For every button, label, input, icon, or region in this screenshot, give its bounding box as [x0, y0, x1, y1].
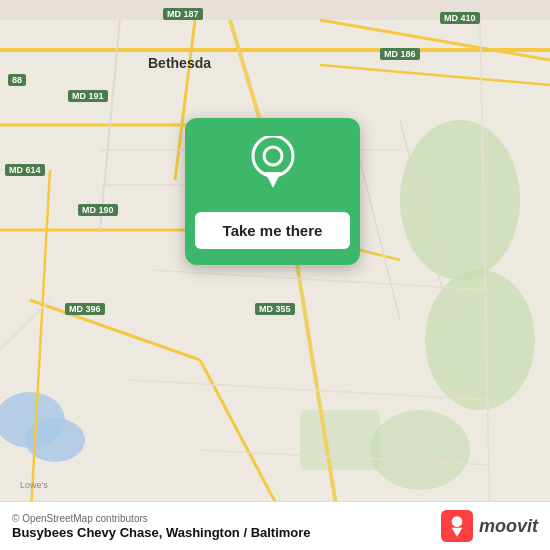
- road-label-md614: MD 614: [5, 164, 45, 176]
- svg-text:Lowe's: Lowe's: [20, 480, 48, 490]
- moovit-text: moovit: [479, 516, 538, 537]
- svg-point-3: [370, 410, 470, 490]
- moovit-icon: [441, 510, 473, 542]
- road-label-88: 88: [8, 74, 26, 86]
- road-label-md186: MD 186: [380, 48, 420, 60]
- location-pin-icon: [251, 136, 295, 188]
- road-label-md410: MD 410: [440, 12, 480, 24]
- svg-rect-4: [300, 410, 380, 470]
- popup-card: Take me there: [185, 118, 360, 265]
- road-label-md396: MD 396: [65, 303, 105, 315]
- bottom-bar-left: © OpenStreetMap contributors Busybees Ch…: [12, 513, 311, 540]
- svg-point-30: [253, 136, 293, 176]
- svg-marker-32: [265, 172, 281, 188]
- svg-point-34: [452, 516, 463, 527]
- bottom-bar: © OpenStreetMap contributors Busybees Ch…: [0, 501, 550, 550]
- moovit-logo: moovit: [441, 510, 538, 542]
- svg-point-1: [400, 120, 520, 280]
- map-container: Lowe's Bethesda MD 187 MD 410 MD 186 88 …: [0, 0, 550, 550]
- map-svg: Lowe's: [0, 0, 550, 550]
- city-label: Bethesda: [148, 55, 211, 71]
- take-me-there-button[interactable]: Take me there: [195, 212, 351, 249]
- pin-wrapper: [251, 136, 295, 192]
- road-label-md190: MD 190: [78, 204, 118, 216]
- road-label-md187: MD 187: [163, 8, 203, 20]
- road-label-md191: MD 191: [68, 90, 108, 102]
- copyright-text: © OpenStreetMap contributors: [12, 513, 311, 524]
- location-name: Busybees Chevy Chase, Washington / Balti…: [12, 525, 311, 540]
- svg-point-2: [425, 270, 535, 410]
- road-label-md355: MD 355: [255, 303, 295, 315]
